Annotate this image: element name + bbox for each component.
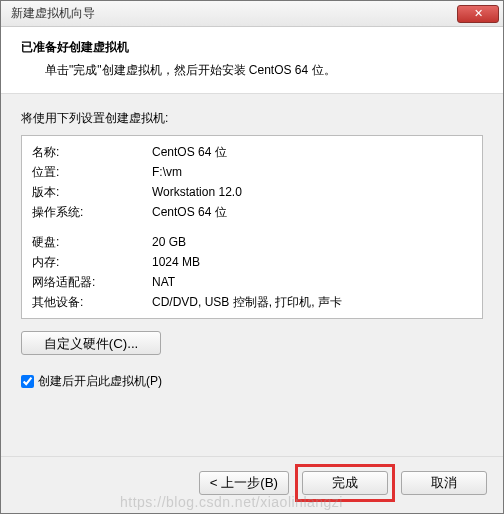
row-value: CentOS 64 位	[152, 202, 472, 222]
power-on-checkbox-row[interactable]: 创建后开启此虚拟机(P)	[21, 373, 483, 390]
customize-hardware-button[interactable]: 自定义硬件(C)...	[21, 331, 161, 355]
finish-button[interactable]: 完成	[302, 471, 388, 495]
row-label: 内存:	[32, 252, 152, 272]
table-row: 硬盘: 20 GB	[32, 232, 472, 252]
settings-summary: 名称: CentOS 64 位 位置: F:\vm 版本: Workstatio…	[21, 135, 483, 319]
titlebar: 新建虚拟机向导 ✕	[1, 1, 503, 27]
row-label: 网络适配器:	[32, 272, 152, 292]
window-title: 新建虚拟机向导	[11, 5, 457, 22]
row-label: 名称:	[32, 142, 152, 162]
close-button[interactable]: ✕	[457, 5, 499, 23]
table-row: 名称: CentOS 64 位	[32, 142, 472, 162]
table-row: 操作系统: CentOS 64 位	[32, 202, 472, 222]
wizard-body: 将使用下列设置创建虚拟机: 名称: CentOS 64 位 位置: F:\vm …	[1, 94, 503, 456]
table-row: 位置: F:\vm	[32, 162, 472, 182]
row-label: 操作系统:	[32, 202, 152, 222]
row-label: 版本:	[32, 182, 152, 202]
header-subtitle: 单击"完成"创建虚拟机，然后开始安装 CentOS 64 位。	[21, 62, 483, 79]
wizard-header: 已准备好创建虚拟机 单击"完成"创建虚拟机，然后开始安装 CentOS 64 位…	[1, 27, 503, 94]
row-label: 其他设备:	[32, 292, 152, 312]
row-value: Workstation 12.0	[152, 182, 472, 202]
row-label: 硬盘:	[32, 232, 152, 252]
cancel-button[interactable]: 取消	[401, 471, 487, 495]
row-label: 位置:	[32, 162, 152, 182]
table-row: 版本: Workstation 12.0	[32, 182, 472, 202]
wizard-footer: < 上一步(B) 完成 取消	[1, 456, 503, 513]
power-on-label: 创建后开启此虚拟机(P)	[38, 373, 162, 390]
row-value: 1024 MB	[152, 252, 472, 272]
new-vm-wizard-dialog: 新建虚拟机向导 ✕ 已准备好创建虚拟机 单击"完成"创建虚拟机，然后开始安装 C…	[0, 0, 504, 514]
table-row: 其他设备: CD/DVD, USB 控制器, 打印机, 声卡	[32, 292, 472, 312]
row-value: CentOS 64 位	[152, 142, 472, 162]
row-value: F:\vm	[152, 162, 472, 182]
row-value: NAT	[152, 272, 472, 292]
table-row: 网络适配器: NAT	[32, 272, 472, 292]
separator	[32, 222, 472, 232]
close-icon: ✕	[474, 7, 483, 19]
header-title: 已准备好创建虚拟机	[21, 39, 483, 56]
back-button[interactable]: < 上一步(B)	[199, 471, 289, 495]
row-value: CD/DVD, USB 控制器, 打印机, 声卡	[152, 292, 472, 312]
settings-label: 将使用下列设置创建虚拟机:	[21, 110, 483, 127]
table-row: 内存: 1024 MB	[32, 252, 472, 272]
power-on-checkbox[interactable]	[21, 375, 34, 388]
row-value: 20 GB	[152, 232, 472, 252]
finish-highlight: 完成	[295, 464, 395, 502]
